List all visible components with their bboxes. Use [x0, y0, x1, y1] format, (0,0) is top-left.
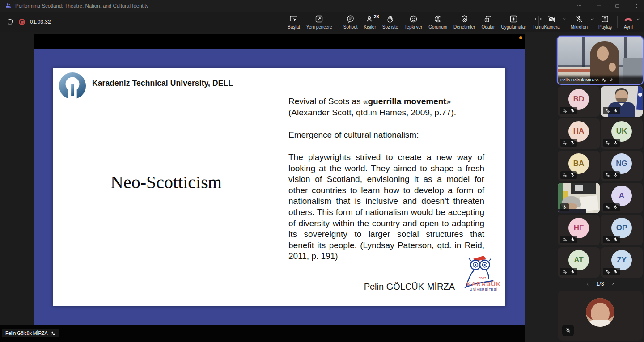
status-chip [560, 139, 577, 147]
pager-page-indicator: 1/3 [596, 281, 604, 287]
meeting-controls-button[interactable]: Denetimler [450, 13, 478, 31]
karabuk-university-logo: 2007 KARABÜK ÜNİVERSİTESİ [458, 255, 501, 296]
spotlight-icon [51, 331, 55, 336]
speaker-face [597, 46, 609, 61]
people-icon: 28 [365, 14, 375, 24]
share-icon [600, 14, 610, 24]
meeting-toolbar: 01:03:32 Başlat Yeni pencere Sohbet 28 [0, 12, 644, 32]
mic-muted-icon [562, 205, 567, 210]
slide-title: Neo-Scotticism [53, 172, 280, 193]
notification-dot [519, 36, 522, 39]
participant-tile[interactable]: HF [558, 215, 600, 245]
mic-off-icon [574, 14, 584, 24]
shield-icon [6, 18, 14, 26]
spotlight-icon [562, 140, 567, 145]
mic-muted-icon [613, 173, 618, 177]
shared-content-stage: Karadeniz Technical University, DELL Neo… [0, 32, 525, 342]
participant-video-tile[interactable] [558, 183, 600, 213]
pin-icon [609, 78, 613, 82]
speaker-video-tile[interactable]: Pelin Gölcük MİRZA [557, 36, 644, 85]
status-chip [603, 268, 620, 275]
subheading: Emergence of cultural nationalism: [288, 130, 484, 141]
react-icon [409, 14, 418, 24]
slide-background: Karadeniz Technical University, DELL Neo… [34, 49, 525, 325]
participant-tile[interactable]: BD [558, 86, 600, 117]
stage-top-bar [34, 34, 525, 49]
status-chip [603, 236, 620, 243]
window-titlebar: Performing Scotland: Theatre, Nation, an… [0, 0, 644, 12]
people-button[interactable]: 28 Kişiler [361, 13, 379, 31]
close-button[interactable] [626, 0, 644, 12]
new-window-button[interactable]: Yeni pencere [303, 13, 335, 31]
titlebar-more-button[interactable] [570, 0, 588, 12]
status-chip [560, 203, 569, 211]
window-title: Performing Scotland: Theatre, Nation, an… [15, 3, 148, 8]
camera-button[interactable]: Kamera [541, 13, 563, 31]
participant-tile[interactable]: BA [558, 151, 600, 181]
author-name: Pelin GÖLCÜK-MİRZA [288, 281, 455, 292]
leave-button[interactable]: Ayrıl [620, 13, 637, 31]
status-chip [603, 107, 620, 114]
participant-tile[interactable]: ZY [601, 247, 643, 278]
participant-tile[interactable]: AT [558, 247, 600, 278]
nametag-label: Pelin Gölcük MİRZA [5, 330, 48, 336]
quote-block: Revival of Scots as «guerrilla movement»… [288, 96, 484, 118]
view-button[interactable]: Görünüm [425, 13, 450, 31]
leave-chevron-icon[interactable] [636, 17, 640, 31]
rooms-button[interactable]: Odalar [478, 13, 498, 31]
participant-tile[interactable]: OP [601, 215, 643, 245]
mic-button[interactable]: Mikrofon [568, 13, 591, 31]
apps-button[interactable]: Uygulamalar [498, 13, 529, 31]
camera-chevron-icon[interactable] [562, 17, 567, 31]
toolbar-divider [617, 16, 618, 28]
status-chip [603, 203, 620, 211]
participant-video-tile[interactable] [601, 86, 643, 117]
controls-shield-gear-icon [460, 14, 469, 24]
share-button[interactable]: Paylaş [595, 13, 615, 31]
participant-tile[interactable]: HA [558, 118, 600, 149]
meeting-timer: 01:03:32 [30, 19, 51, 25]
raise-hand-button[interactable]: Söz iste [379, 13, 402, 31]
spotlight-icon [602, 78, 606, 82]
spotlight-icon [605, 237, 610, 242]
view-icon [433, 14, 443, 24]
spotlight-icon [605, 205, 610, 210]
banner-emblem [638, 93, 642, 97]
mic-muted-icon [613, 108, 618, 113]
minimize-button[interactable] [590, 0, 608, 12]
self-avatar [586, 298, 614, 327]
toolbar-divider [538, 16, 539, 28]
rooms-icon [483, 14, 493, 24]
toolbar-divider [338, 16, 338, 28]
pager-prev-icon[interactable] [585, 281, 590, 287]
participant-tile[interactable]: NG [601, 151, 643, 181]
participants-pager: 1/3 [558, 279, 643, 289]
stage-bottom-bar: Pelin Gölcük MİRZA [0, 325, 525, 342]
mic-muted-icon [613, 205, 618, 210]
titlebar-divider [589, 3, 589, 9]
mic-chevron-icon[interactable] [590, 17, 594, 31]
self-mic-chip [562, 325, 574, 336]
start-share-button[interactable]: Başlat [284, 13, 303, 31]
mic-muted-icon [613, 269, 618, 274]
speaker-name-strip: Pelin Gölcük MİRZA [558, 74, 643, 84]
teams-app-icon [4, 2, 12, 9]
participant-tile[interactable]: UK [601, 118, 643, 149]
pager-next-icon[interactable] [610, 281, 615, 287]
self-video-tile[interactable] [558, 291, 643, 341]
spotlight-icon [605, 108, 610, 113]
background-poster [571, 183, 596, 194]
status-chip [560, 171, 577, 179]
maximize-button[interactable] [608, 0, 626, 12]
toolbar-left-group: 01:03:32 [6, 12, 51, 32]
body-paragraph: The playwrights strived to create a new … [288, 152, 484, 262]
mic-muted-icon [570, 108, 575, 113]
chat-button[interactable]: Sohbet [340, 13, 361, 31]
self-avatar-shirt [589, 320, 612, 327]
react-button[interactable]: Tepki ver [401, 13, 425, 31]
people-count-badge: 28 [374, 14, 379, 19]
spotlight-icon [562, 108, 567, 113]
mic-muted-icon [565, 327, 571, 334]
participant-tile[interactable]: A [601, 183, 643, 213]
new-window-icon [314, 14, 324, 24]
